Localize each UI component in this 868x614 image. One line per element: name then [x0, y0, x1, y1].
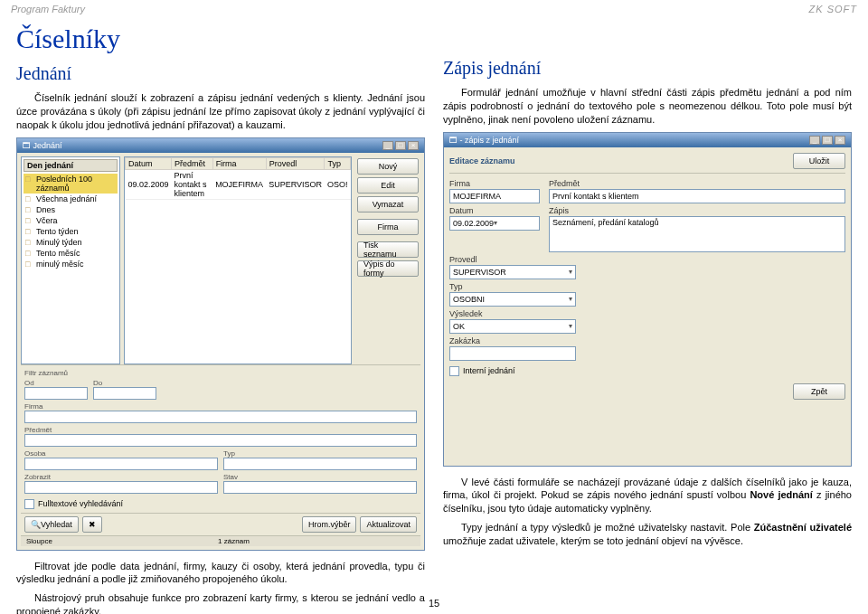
- aktualizovat-button[interactable]: Aktualizovat: [360, 516, 417, 533]
- clear-button[interactable]: ✖: [82, 516, 102, 533]
- tree-item[interactable]: Tento měsíc: [24, 248, 118, 259]
- calendar-icon[interactable]: ▾: [494, 219, 497, 227]
- max-icon[interactable]: □: [822, 136, 833, 145]
- predmet-label: Předmět: [549, 179, 845, 188]
- chevron-down-icon[interactable]: ▾: [569, 322, 572, 330]
- tree-item[interactable]: Minulý týden: [24, 237, 118, 248]
- para-right-3: Typy jednání a typy výsledků je možné už…: [443, 521, 852, 548]
- zapis-window-title: 🗔 - zápis z jednání: [449, 136, 519, 145]
- filters-header: Filtr záznamů: [24, 369, 417, 377]
- right-column: Zápis jednání Formulář jednání umožňuje …: [443, 24, 852, 614]
- tree-item[interactable]: Všechna jednání: [24, 194, 118, 204]
- heading-zapis: Zápis jednání: [443, 58, 852, 79]
- status-sloupce[interactable]: Sloupce: [26, 537, 52, 545]
- fulltext-label: Fulltextové vyhledávání: [38, 499, 123, 508]
- provedl-label: Provedl: [449, 255, 576, 264]
- editace-label: Editace záznamu: [449, 156, 515, 165]
- firma-filter[interactable]: [24, 411, 417, 423]
- tree-header: Den jednání: [24, 159, 118, 172]
- zobrazit-filter[interactable]: [24, 481, 218, 494]
- predmet-filter[interactable]: [24, 434, 417, 447]
- col-datum[interactable]: Datum: [126, 157, 172, 169]
- status-count: 1 záznam: [218, 537, 250, 545]
- vyhledat-button[interactable]: 🔍 Vyhledat: [24, 516, 79, 533]
- osoba-filter[interactable]: [24, 458, 218, 470]
- od-input[interactable]: [24, 387, 88, 400]
- zapis-field[interactable]: Seznámení, předání katalogů: [549, 216, 845, 252]
- tree-item[interactable]: Včera: [24, 215, 118, 226]
- typ-field[interactable]: OSOBNI▾: [449, 292, 576, 307]
- typ-filter[interactable]: [223, 458, 417, 470]
- zpet-button[interactable]: Zpět: [793, 383, 845, 400]
- filters-panel: Filtr záznamů Od Do Firma Předmět Osoba …: [21, 364, 420, 513]
- chevron-down-icon[interactable]: ▾: [569, 268, 572, 276]
- zakazka-label: Zakázka: [449, 336, 576, 345]
- datum-field[interactable]: 09.02.2009▾: [449, 216, 540, 231]
- heading-ciselniky: Číselníky: [16, 24, 425, 54]
- vysledek-field[interactable]: OK▾: [449, 319, 576, 334]
- col-typ[interactable]: Typ: [325, 157, 351, 169]
- datum-label: Datum: [449, 206, 540, 215]
- stav-filter[interactable]: [223, 481, 417, 494]
- close-icon[interactable]: ×: [408, 141, 419, 150]
- chevron-down-icon[interactable]: ▾: [569, 295, 572, 303]
- para-left-1: Číselník jednání slouží k zobrazení a zá…: [16, 91, 425, 132]
- close-icon[interactable]: ×: [835, 136, 845, 145]
- jednani-window: 🗔 Jednání _ □ × Den jednání Posledních 1…: [16, 137, 425, 551]
- col-provedl[interactable]: Provedl: [266, 157, 325, 169]
- fulltext-checkbox[interactable]: [24, 499, 34, 509]
- max-icon[interactable]: □: [395, 141, 406, 150]
- zapis-window: 🗔 - zápis z jednání _ □ × Editace záznam…: [443, 132, 852, 467]
- zakazka-field[interactable]: [449, 346, 576, 361]
- firma-field[interactable]: MOJEFIRMA: [449, 189, 540, 203]
- vysledek-label: Výsledek: [449, 309, 576, 318]
- hromvyber-button[interactable]: Hrom.výběr: [302, 516, 357, 533]
- left-column: Číselníky Jednání Číselník jednání slouž…: [16, 24, 425, 614]
- records-grid[interactable]: Datum Předmět Firma Provedl Typ 09.02.20…: [124, 156, 352, 364]
- provedl-field[interactable]: SUPERVISOR▾: [449, 265, 576, 279]
- vypis-button[interactable]: Výpis do formy: [357, 260, 419, 277]
- para-right-2: V levé části formuláře se nacházejí prov…: [443, 476, 852, 516]
- date-tree[interactable]: Den jednání Posledních 100 záznamů Všech…: [21, 156, 120, 364]
- firma-label: Firma: [449, 179, 540, 188]
- min-icon[interactable]: _: [382, 141, 393, 150]
- interni-label: Interní jednání: [463, 366, 515, 375]
- jednani-window-title: 🗔 Jednání: [23, 141, 62, 150]
- tree-item[interactable]: Dnes: [24, 204, 118, 215]
- firma-button[interactable]: Firma: [357, 219, 419, 235]
- interni-checkbox[interactable]: [449, 366, 459, 376]
- para-right-1: Formulář jednání umožňuje v hlavní střed…: [443, 86, 852, 127]
- header-left: Program Faktury: [11, 4, 85, 14]
- ulozit-button[interactable]: Uložit: [793, 153, 845, 169]
- min-icon[interactable]: _: [809, 136, 820, 145]
- novy-button[interactable]: Nový: [357, 158, 419, 175]
- zapis-label: Zápis: [549, 206, 845, 215]
- para-left-2: Filtrovat jde podle data jednání, firmy,…: [16, 560, 425, 587]
- header-right: ZK SOFT: [809, 4, 857, 14]
- page-number: 15: [0, 598, 868, 609]
- tree-item[interactable]: Posledních 100 záznamů: [24, 174, 118, 194]
- vymazat-button[interactable]: Vymazat: [357, 196, 419, 213]
- do-input[interactable]: [93, 387, 156, 400]
- edit-button[interactable]: Edit: [357, 177, 419, 194]
- tree-item[interactable]: Tento týden: [24, 226, 118, 237]
- table-row[interactable]: 09.02.2009 První kontakt s klientem MOJE…: [126, 169, 351, 199]
- tisk-button[interactable]: Tisk seznamu: [357, 241, 419, 258]
- heading-jednani: Jednání: [16, 63, 425, 84]
- tree-item[interactable]: minulý měsíc: [24, 259, 118, 269]
- col-firma[interactable]: Firma: [212, 157, 266, 169]
- typ-label: Typ: [449, 282, 576, 291]
- predmet-field[interactable]: První kontakt s klientem: [549, 189, 845, 203]
- col-predmet[interactable]: Předmět: [172, 157, 213, 169]
